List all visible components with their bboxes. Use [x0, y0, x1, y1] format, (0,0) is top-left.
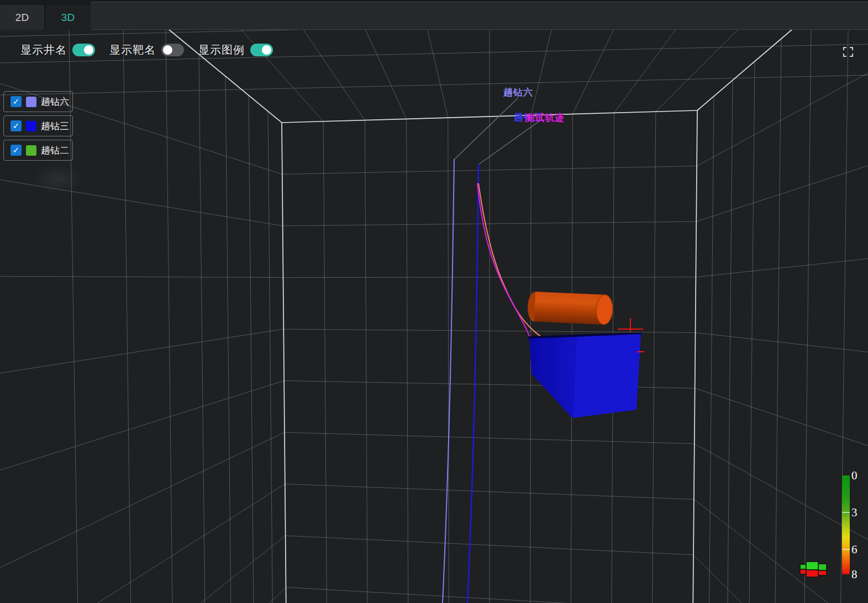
trajectory-line: [477, 183, 533, 348]
ghost-smudge: [32, 165, 83, 193]
toggle-legend[interactable]: [250, 44, 273, 56]
fullscreen-button[interactable]: [840, 45, 856, 60]
color-scale-tick-label: 8: [851, 568, 858, 581]
toggle-group-legend: 显示图例: [198, 43, 273, 57]
tab-2d-label: 2D: [15, 12, 29, 24]
toggle-target-names[interactable]: [161, 44, 184, 56]
toggle-knob: [84, 45, 93, 55]
wireframe-grid: [0, 0, 868, 603]
legend-item-label: 趟钻六: [41, 96, 69, 108]
scene-viewport[interactable]: 趟钻六 趟钻三 测试轨迹 0368: [0, 0, 868, 603]
tab-3d-label: 3D: [61, 12, 75, 24]
legend-item-label: 趟钻三: [41, 120, 69, 133]
checkbox-checked[interactable]: ✓: [10, 120, 22, 131]
tab-bar: 2D 3D: [0, 0, 868, 30]
mini-target-widget: [800, 562, 827, 577]
legend-item[interactable]: ✓ 趟钻六: [3, 91, 73, 112]
color-swatch: [26, 121, 36, 131]
checkbox-checked[interactable]: ✓: [10, 96, 22, 107]
tab-3d[interactable]: 3D: [45, 5, 91, 30]
toggle-label-well-names: 显示井名: [20, 43, 67, 57]
fullscreen-icon: [841, 45, 855, 59]
well-leader-lines: [454, 98, 543, 165]
color-scale-tick-label: 3: [851, 506, 858, 520]
trajectory-label: 测试轨迹: [525, 112, 565, 124]
trajectory-line: [467, 164, 478, 603]
color-scale-bar: 0368: [842, 475, 850, 574]
grid-svg: [0, 0, 868, 603]
color-scale-tick-label: 0: [851, 469, 858, 483]
color-swatch: [26, 97, 36, 107]
color-swatch: [26, 145, 36, 156]
toggle-label-target-names: 显示靶名: [109, 43, 156, 57]
display-toolbar: 显示井名 显示靶名 显示图例: [20, 43, 273, 57]
legend-item-label: 趟钻二: [41, 144, 69, 157]
tab-bar-filler: [91, 2, 868, 30]
color-scale-tick: [842, 549, 850, 550]
legend-item[interactable]: ✓ 趟钻二: [3, 140, 73, 161]
tab-2d[interactable]: 2D: [0, 5, 45, 30]
color-scale: 0368: [842, 475, 850, 574]
color-scale-tick: [842, 512, 850, 513]
toggle-well-names[interactable]: [72, 44, 95, 56]
toggle-knob: [262, 45, 271, 55]
legend-item[interactable]: ✓ 趟钻三: [3, 115, 73, 136]
toggle-group-well-names: 显示井名: [20, 43, 95, 57]
casing-cylinder: [527, 292, 613, 325]
target-box: [528, 332, 642, 418]
toggle-label-legend: 显示图例: [198, 43, 245, 57]
legend-panel: ✓ 趟钻六 ✓ 趟钻三 ✓ 趟钻二: [3, 91, 73, 164]
color-scale-tick-label: 6: [851, 543, 858, 557]
well-label: 趟钻六: [503, 86, 533, 99]
toggle-group-target-names: 显示靶名: [109, 43, 184, 57]
toggle-knob: [163, 45, 172, 55]
checkbox-checked[interactable]: ✓: [10, 145, 22, 156]
